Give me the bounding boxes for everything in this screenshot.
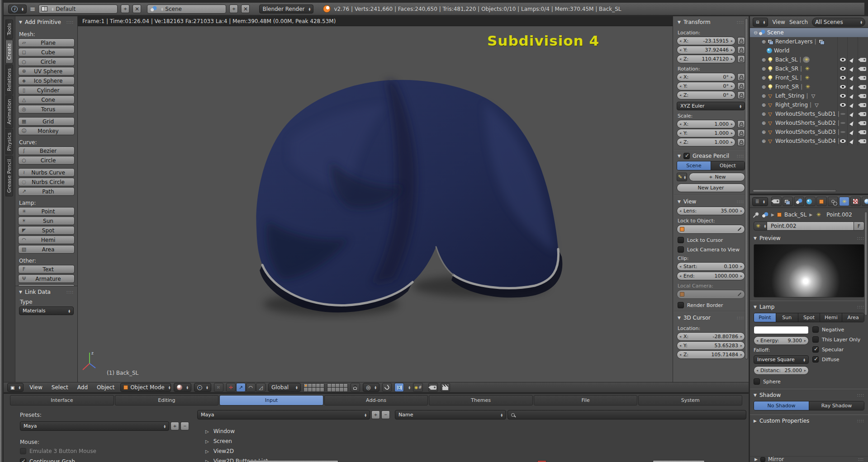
right-arrow-icon[interactable]: ▸: [731, 48, 733, 52]
datablock-name-field[interactable]: Point.002: [767, 222, 854, 231]
keymap-group-view2d[interactable]: ▷View2D: [205, 446, 268, 456]
rotation-field-z[interactable]: ◂Z:0°▸: [677, 91, 735, 99]
pin-icon[interactable]: [754, 212, 759, 218]
gp-toggle-object[interactable]: Object: [711, 161, 745, 170]
right-arrow-icon[interactable]: ▸: [731, 75, 733, 79]
location-field-z[interactable]: ◂Z:110.47120▸: [677, 55, 735, 63]
outliner-row-right-string[interactable]: ⊕▽Right_string|▽: [750, 100, 868, 109]
partially-visible-button[interactable]: [248, 460, 338, 462]
keymap-group-window[interactable]: ▷Window: [205, 426, 268, 436]
preferences-tab-add-ons[interactable]: Add-ons: [324, 395, 428, 405]
keyconfig-dropdown[interactable]: Maya▲▼: [197, 410, 370, 420]
right-arrow-icon[interactable]: ▸: [731, 122, 733, 126]
expand-expander-icon[interactable]: ⊕: [761, 111, 767, 117]
continuous-grab-row[interactable]: Continuous Grab: [20, 458, 75, 462]
lock-button[interactable]: [737, 46, 745, 54]
expand-triangle-icon[interactable]: ▷: [205, 449, 209, 454]
properties-tab-object[interactable]: [816, 197, 827, 206]
add-cylinder-button[interactable]: ▯Cylinder: [18, 86, 75, 94]
lamp-type-sun[interactable]: Sun: [776, 313, 798, 322]
lamp-check-negative[interactable]: Negative: [812, 326, 864, 333]
toolshelf-tab-animation[interactable]: Animation: [5, 95, 13, 128]
lamp-type-area[interactable]: Area: [842, 313, 864, 322]
partially-visible-panel-header[interactable]: ▶Mirror::::: [750, 456, 868, 462]
this-layer-only-checkbox[interactable]: [812, 336, 819, 343]
object-menu[interactable]: Object: [94, 384, 118, 391]
right-arrow-icon[interactable]: ▸: [731, 93, 733, 97]
selectability-cell[interactable]: [848, 55, 857, 64]
layer-cell[interactable]: [304, 384, 308, 387]
negative-checkbox[interactable]: [812, 326, 819, 333]
layer-cell[interactable]: [320, 384, 324, 387]
breadcrumb-object[interactable]: Back_SL: [784, 212, 806, 218]
preferences-tab-themes[interactable]: Themes: [429, 395, 533, 405]
add-preset-button[interactable]: ＋: [171, 422, 179, 430]
add-cube-button[interactable]: ◻Cube: [18, 48, 75, 57]
right-arrow-icon[interactable]: ▸: [731, 57, 733, 61]
properties-tab-object-data[interactable]: ✳: [839, 197, 849, 206]
renderability-cell[interactable]: [859, 118, 868, 127]
lock-button[interactable]: [737, 55, 745, 63]
layer-cell[interactable]: [340, 388, 343, 391]
layer-cell[interactable]: [332, 384, 335, 387]
snap-target-button[interactable]: ◉#: [413, 383, 423, 392]
lamp-color-swatch[interactable]: [754, 326, 809, 334]
visibility-cell[interactable]: [838, 64, 847, 73]
visibility-cell[interactable]: [838, 55, 847, 64]
visibility-cell[interactable]: [838, 91, 847, 100]
preferences-tab-input[interactable]: Input: [219, 395, 323, 405]
lock-camera-row[interactable]: Lock Camera to View: [678, 246, 744, 253]
left-arrow-icon[interactable]: ◂: [679, 57, 681, 61]
selectability-cell[interactable]: [848, 91, 857, 100]
layer-grid-2[interactable]: [327, 383, 348, 392]
pencil-tool-dropdown[interactable]: ✎▲▼: [677, 173, 687, 181]
expand-expander-icon[interactable]: ⊕: [761, 102, 767, 108]
layer-cell[interactable]: [336, 388, 339, 391]
cursor-location-field-y[interactable]: ◂Y:53.65283▸: [677, 341, 745, 350]
view-panel-header[interactable]: ▼View::::: [674, 196, 748, 207]
cursor3d-panel-header[interactable]: ▼3D Cursor::::: [674, 312, 748, 323]
toolshelf-tab-grease-pencil[interactable]: Grease Pencil: [5, 156, 13, 196]
properties-tab-scene[interactable]: [794, 197, 804, 206]
select-menu[interactable]: Select: [48, 384, 71, 391]
add-cone-button[interactable]: △Cone: [18, 95, 75, 104]
collapse-expander-icon[interactable]: ⊖: [753, 30, 759, 36]
layer-cell[interactable]: [308, 384, 312, 387]
expand-triangle-icon[interactable]: ▷: [205, 459, 209, 462]
selectability-cell[interactable]: [848, 73, 857, 82]
add-grid-button[interactable]: ▦Grid: [18, 117, 75, 126]
orientation-dropdown[interactable]: Global▲▼: [268, 383, 301, 392]
left-arrow-icon[interactable]: ◂: [679, 140, 681, 144]
layer-cell[interactable]: [344, 384, 347, 387]
viewport-editor-type-dropdown[interactable]: ▣▲▼: [7, 383, 24, 392]
location-field-x[interactable]: ◂X:-23.15915▸: [677, 37, 735, 45]
renderability-cell[interactable]: [859, 73, 868, 82]
remove-keyconfig-button[interactable]: －: [381, 410, 390, 419]
manipulator-toggle[interactable]: ⁙: [214, 383, 223, 392]
properties-editor-type-dropdown[interactable]: ☰▲▼: [752, 197, 768, 206]
expand-expander-icon[interactable]: ⊕: [761, 75, 767, 81]
close-scene-button[interactable]: ✕: [241, 5, 250, 13]
remove-preset-button[interactable]: －: [180, 422, 189, 430]
outliner-row-renderlayers[interactable]: ⊕RenderLayers|: [750, 37, 868, 46]
selectability-cell[interactable]: [848, 109, 857, 118]
view-menu[interactable]: View: [26, 384, 45, 391]
scene-selector[interactable]: ▲▼Scene: [147, 5, 226, 14]
lamp-type-spot[interactable]: Spot: [798, 313, 821, 322]
local-camera-field[interactable]: [677, 290, 745, 299]
scale-manipulator-button[interactable]: ◿: [256, 383, 266, 392]
lock-button[interactable]: [737, 129, 745, 137]
lamp-check-diffuse[interactable]: Diffuse: [812, 356, 864, 363]
layer-cell[interactable]: [304, 388, 308, 391]
scenes-filter-dropdown[interactable]: All Scenes▲▼: [812, 18, 865, 27]
layer-cell[interactable]: [340, 384, 343, 387]
preview-panel-header[interactable]: ▼Preview::::: [750, 232, 868, 243]
right-arrow-icon[interactable]: ▸: [731, 84, 733, 88]
add-keyconfig-button[interactable]: ＋: [371, 410, 380, 419]
specular-checkbox[interactable]: [812, 346, 819, 353]
outliner-horizontal-scrollbar[interactable]: [753, 189, 836, 192]
expand-expander-icon[interactable]: ⊕: [761, 129, 767, 135]
add-path-button[interactable]: ↗Path: [18, 187, 75, 196]
right-arrow-icon[interactable]: ▸: [740, 344, 742, 348]
selectability-cell[interactable]: [848, 64, 857, 73]
